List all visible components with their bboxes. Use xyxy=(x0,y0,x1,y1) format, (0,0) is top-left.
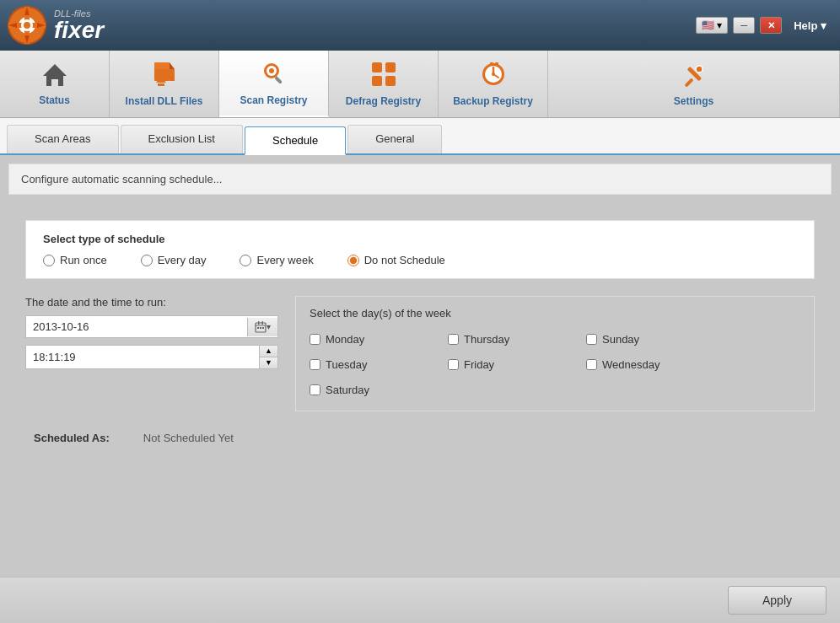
minimize-button[interactable]: ─ xyxy=(733,17,755,34)
help-button[interactable]: Help ▾ xyxy=(787,16,833,35)
radio-run-once-label: Run once xyxy=(60,254,107,266)
day-saturday-checkbox[interactable] xyxy=(310,384,320,395)
schedule-type-label: Select type of schedule xyxy=(43,233,797,245)
time-input[interactable] xyxy=(26,346,259,368)
day-wednesday-checkbox[interactable] xyxy=(586,359,597,370)
nav-tab-install-dll[interactable]: Install DLL Files xyxy=(110,51,219,117)
nav-tab-status[interactable]: Status xyxy=(0,51,110,117)
radio-every-week-input[interactable] xyxy=(240,255,251,266)
wrench-icon xyxy=(681,61,708,92)
day-monday-checkbox[interactable] xyxy=(310,334,320,345)
spin-down-button[interactable]: ▼ xyxy=(260,357,277,368)
sub-tab-scan-areas[interactable]: Scan Areas xyxy=(7,125,119,153)
calendar-button[interactable]: ▾ xyxy=(247,318,277,336)
radio-every-day-label: Every day xyxy=(158,254,207,266)
datetime-label: The date and the time to run: xyxy=(25,296,278,309)
svg-marker-10 xyxy=(43,64,67,86)
dropdown-arrow: ▾ xyxy=(267,322,271,331)
close-button[interactable]: ✕ xyxy=(760,17,782,34)
day-thursday-label: Thursday xyxy=(464,333,509,346)
nav-tabs: Status Install DLL Files Scan Regist xyxy=(0,51,840,118)
datetime-section: The date and the time to run: ▾ xyxy=(25,296,278,411)
day-sunday-label: Sunday xyxy=(602,333,639,346)
day-thursday[interactable]: Thursday xyxy=(448,328,583,350)
sub-tab-schedule[interactable]: Schedule xyxy=(245,126,346,155)
info-bar-text: Configure automatic scanning schedule... xyxy=(21,173,222,185)
radio-do-not-schedule-label: Do not Schedule xyxy=(364,254,445,266)
radio-do-not-schedule[interactable]: Do not Schedule xyxy=(347,254,445,266)
search-icon xyxy=(261,60,288,91)
svg-rect-13 xyxy=(154,62,170,69)
radio-do-not-schedule-input[interactable] xyxy=(347,255,359,266)
day-tuesday[interactable]: Tuesday xyxy=(310,353,444,375)
apply-button[interactable]: Apply xyxy=(728,586,827,615)
svg-rect-37 xyxy=(262,321,264,325)
day-wednesday[interactable]: Wednesday xyxy=(586,353,721,375)
radio-every-week[interactable]: Every week xyxy=(240,254,313,266)
clock-icon xyxy=(480,61,507,92)
svg-rect-41 xyxy=(262,327,264,329)
days-section: Select the day(s) of the week Monday Thu… xyxy=(295,296,815,411)
titlebar: DLL-files fixer 🇺🇸 ▾ ─ ✕ Help ▾ xyxy=(0,0,840,51)
nav-tab-scan-registry[interactable]: Scan Registry xyxy=(219,51,329,117)
nav-tab-backup-registry[interactable]: Backup Registry xyxy=(439,51,548,117)
nav-tab-defrag-registry[interactable]: Defrag Registry xyxy=(329,51,439,117)
schedule-type-box: Select type of schedule Run once Every d… xyxy=(25,220,815,279)
nav-tab-settings[interactable]: Settings xyxy=(548,51,840,117)
sub-tabs: Scan Areas Exclusion List Schedule Gener… xyxy=(0,118,840,155)
days-label: Select the day(s) of the week xyxy=(310,307,800,320)
day-wednesday-label: Wednesday xyxy=(602,358,660,371)
nav-tab-defrag-label: Defrag Registry xyxy=(346,95,421,107)
nav-tab-install-label: Install DLL Files xyxy=(126,95,203,107)
sub-tab-exclusion-list[interactable]: Exclusion List xyxy=(121,125,243,153)
spin-up-button[interactable]: ▲ xyxy=(260,346,277,357)
day-saturday-label: Saturday xyxy=(326,384,369,396)
nav-tab-settings-label: Settings xyxy=(674,95,713,107)
svg-rect-23 xyxy=(372,76,382,86)
sub-tab-general[interactable]: General xyxy=(347,125,442,153)
svg-rect-31 xyxy=(495,62,498,66)
svg-point-19 xyxy=(269,68,274,73)
day-friday[interactable]: Friday xyxy=(448,353,583,375)
spin-buttons: ▲ ▼ xyxy=(259,346,277,368)
flag-button[interactable]: 🇺🇸 ▾ xyxy=(696,17,728,34)
svg-rect-40 xyxy=(260,327,261,329)
svg-marker-12 xyxy=(170,62,175,69)
day-sunday[interactable]: Sunday xyxy=(586,328,721,350)
time-input-row: ▲ ▼ xyxy=(25,345,278,369)
nav-tab-scan-label: Scan Registry xyxy=(240,94,307,106)
datetime-days-row: The date and the time to run: ▾ xyxy=(25,296,815,411)
day-monday[interactable]: Monday xyxy=(310,328,444,350)
scheduled-as-label: Scheduled As: xyxy=(34,432,110,444)
logo-icon xyxy=(7,5,47,46)
scheduled-as-row: Scheduled As: Not Scheduled Yet xyxy=(25,432,815,444)
svg-point-5 xyxy=(24,22,30,29)
footer: Apply xyxy=(0,577,840,623)
day-tuesday-label: Tuesday xyxy=(326,358,367,371)
day-sunday-checkbox[interactable] xyxy=(586,334,597,345)
schedule-content: Select type of schedule Run once Every d… xyxy=(0,195,840,461)
day-friday-checkbox[interactable] xyxy=(448,359,459,370)
fixer-label: fixer xyxy=(54,19,104,42)
radio-group: Run once Every day Every week Do not Sch… xyxy=(43,254,797,266)
defrag-icon xyxy=(370,61,397,92)
svg-point-29 xyxy=(492,73,495,76)
day-tuesday-checkbox[interactable] xyxy=(310,359,320,370)
radio-run-once[interactable]: Run once xyxy=(43,254,107,266)
radio-every-day-input[interactable] xyxy=(141,255,153,266)
svg-rect-30 xyxy=(490,62,493,66)
day-thursday-checkbox[interactable] xyxy=(448,334,459,345)
svg-rect-34 xyxy=(684,78,693,87)
svg-rect-36 xyxy=(258,321,260,325)
svg-rect-39 xyxy=(257,327,259,329)
titlebar-controls: 🇺🇸 ▾ ─ ✕ Help ▾ xyxy=(696,16,833,35)
day-saturday[interactable]: Saturday xyxy=(310,379,444,400)
svg-rect-22 xyxy=(385,62,396,73)
svg-rect-20 xyxy=(274,76,283,84)
date-input[interactable] xyxy=(26,316,247,337)
info-bar: Configure automatic scanning schedule... xyxy=(8,164,832,195)
radio-run-once-input[interactable] xyxy=(43,255,55,266)
days-grid: Monday Thursday Sunday Tuesday Friday xyxy=(310,328,800,400)
svg-rect-21 xyxy=(372,62,382,73)
radio-every-day[interactable]: Every day xyxy=(141,254,207,266)
